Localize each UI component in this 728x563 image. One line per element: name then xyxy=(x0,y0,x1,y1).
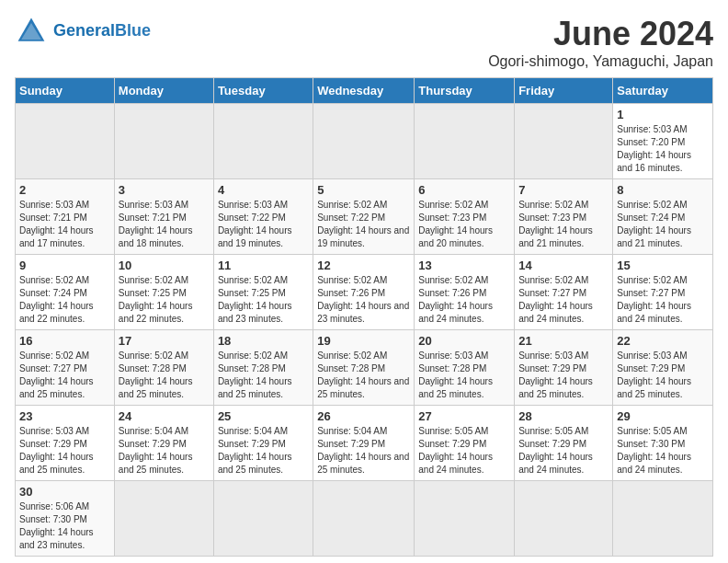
day-number: 12 xyxy=(317,259,410,272)
day-info: Sunrise: 5:03 AM Sunset: 7:29 PM Dayligh… xyxy=(617,350,709,401)
day-info: Sunrise: 5:05 AM Sunset: 7:30 PM Dayligh… xyxy=(617,425,709,477)
calendar-cell xyxy=(515,104,613,179)
day-of-week-header: Friday xyxy=(515,78,613,104)
calendar-cell: 15Sunrise: 5:02 AM Sunset: 7:27 PM Dayli… xyxy=(613,255,713,330)
day-info: Sunrise: 5:02 AM Sunset: 7:28 PM Dayligh… xyxy=(218,350,309,401)
day-number: 13 xyxy=(418,259,510,272)
day-number: 27 xyxy=(418,409,510,423)
calendar-cell xyxy=(415,104,515,179)
calendar-cell xyxy=(415,481,515,557)
day-of-week-header: Saturday xyxy=(613,78,713,104)
day-info: Sunrise: 5:02 AM Sunset: 7:25 PM Dayligh… xyxy=(218,274,309,326)
day-number: 15 xyxy=(617,259,709,272)
calendar-cell: 18Sunrise: 5:02 AM Sunset: 7:28 PM Dayli… xyxy=(213,330,313,406)
calendar-cell: 8Sunrise: 5:02 AM Sunset: 7:24 PM Daylig… xyxy=(613,179,713,255)
day-of-week-header: Wednesday xyxy=(313,78,415,104)
header: GeneralBlue June 2024 Ogori-shimogo, Yam… xyxy=(15,15,713,70)
calendar-cell: 21Sunrise: 5:03 AM Sunset: 7:29 PM Dayli… xyxy=(515,330,613,406)
day-info: Sunrise: 5:02 AM Sunset: 7:28 PM Dayligh… xyxy=(317,350,410,401)
calendar-cell: 28Sunrise: 5:05 AM Sunset: 7:29 PM Dayli… xyxy=(515,406,613,481)
day-info: Sunrise: 5:02 AM Sunset: 7:27 PM Dayligh… xyxy=(19,350,110,401)
main-title: June 2024 xyxy=(488,15,713,53)
calendar-cell xyxy=(213,481,313,557)
day-of-week-header: Thursday xyxy=(415,78,515,104)
calendar-cell: 17Sunrise: 5:02 AM Sunset: 7:28 PM Dayli… xyxy=(114,330,213,406)
calendar-cell: 11Sunrise: 5:02 AM Sunset: 7:25 PM Dayli… xyxy=(213,255,313,330)
calendar-week-row: 23Sunrise: 5:03 AM Sunset: 7:29 PM Dayli… xyxy=(16,406,713,481)
day-of-week-header: Tuesday xyxy=(213,78,313,104)
calendar-week-row: 1Sunrise: 5:03 AM Sunset: 7:20 PM Daylig… xyxy=(16,104,713,179)
day-info: Sunrise: 5:05 AM Sunset: 7:29 PM Dayligh… xyxy=(418,425,510,477)
calendar-cell: 4Sunrise: 5:03 AM Sunset: 7:22 PM Daylig… xyxy=(213,179,313,255)
calendar-cell: 24Sunrise: 5:04 AM Sunset: 7:29 PM Dayli… xyxy=(114,406,213,481)
calendar-cell: 2Sunrise: 5:03 AM Sunset: 7:21 PM Daylig… xyxy=(16,179,115,255)
calendar-cell: 23Sunrise: 5:03 AM Sunset: 7:29 PM Dayli… xyxy=(16,406,115,481)
calendar-cell: 29Sunrise: 5:05 AM Sunset: 7:30 PM Dayli… xyxy=(613,406,713,481)
day-number: 7 xyxy=(518,183,609,197)
day-number: 16 xyxy=(19,334,110,348)
calendar-cell: 1Sunrise: 5:03 AM Sunset: 7:20 PM Daylig… xyxy=(613,104,713,179)
calendar-week-row: 9Sunrise: 5:02 AM Sunset: 7:24 PM Daylig… xyxy=(16,255,713,330)
day-info: Sunrise: 5:02 AM Sunset: 7:27 PM Dayligh… xyxy=(518,274,609,326)
calendar-cell: 22Sunrise: 5:03 AM Sunset: 7:29 PM Dayli… xyxy=(613,330,713,406)
day-number: 2 xyxy=(19,183,110,197)
calendar-cell: 19Sunrise: 5:02 AM Sunset: 7:28 PM Dayli… xyxy=(313,330,415,406)
day-number: 5 xyxy=(317,183,410,197)
calendar-cell: 13Sunrise: 5:02 AM Sunset: 7:26 PM Dayli… xyxy=(415,255,515,330)
calendar-cell: 27Sunrise: 5:05 AM Sunset: 7:29 PM Dayli… xyxy=(415,406,515,481)
day-number: 8 xyxy=(617,183,709,197)
day-info: Sunrise: 5:02 AM Sunset: 7:24 PM Dayligh… xyxy=(617,199,709,250)
calendar-cell: 26Sunrise: 5:04 AM Sunset: 7:29 PM Dayli… xyxy=(313,406,415,481)
logo-icon xyxy=(15,15,48,48)
calendar-cell xyxy=(515,481,613,557)
day-info: Sunrise: 5:04 AM Sunset: 7:29 PM Dayligh… xyxy=(317,425,410,477)
calendar-cell: 5Sunrise: 5:02 AM Sunset: 7:22 PM Daylig… xyxy=(313,179,415,255)
day-number: 22 xyxy=(617,334,709,348)
day-of-week-header: Monday xyxy=(114,78,213,104)
calendar-cell xyxy=(213,104,313,179)
calendar-cell: 25Sunrise: 5:04 AM Sunset: 7:29 PM Dayli… xyxy=(213,406,313,481)
calendar-cell xyxy=(313,481,415,557)
day-info: Sunrise: 5:02 AM Sunset: 7:27 PM Dayligh… xyxy=(617,274,709,326)
day-info: Sunrise: 5:02 AM Sunset: 7:22 PM Dayligh… xyxy=(317,199,410,250)
calendar-cell xyxy=(613,481,713,557)
day-info: Sunrise: 5:04 AM Sunset: 7:29 PM Dayligh… xyxy=(218,425,309,477)
day-info: Sunrise: 5:05 AM Sunset: 7:29 PM Dayligh… xyxy=(518,425,609,477)
day-number: 17 xyxy=(119,334,210,348)
day-number: 23 xyxy=(19,409,110,423)
calendar-cell: 9Sunrise: 5:02 AM Sunset: 7:24 PM Daylig… xyxy=(16,255,115,330)
day-number: 6 xyxy=(418,183,510,197)
title-section: June 2024 Ogori-shimogo, Yamaguchi, Japa… xyxy=(488,15,713,70)
day-number: 10 xyxy=(119,259,210,272)
day-number: 24 xyxy=(119,409,210,423)
calendar-body: 1Sunrise: 5:03 AM Sunset: 7:20 PM Daylig… xyxy=(16,104,713,557)
day-number: 28 xyxy=(518,409,609,423)
day-number: 26 xyxy=(317,409,410,423)
day-of-week-header: Sunday xyxy=(16,78,115,104)
calendar-week-row: 16Sunrise: 5:02 AM Sunset: 7:27 PM Dayli… xyxy=(16,330,713,406)
day-info: Sunrise: 5:03 AM Sunset: 7:20 PM Dayligh… xyxy=(617,123,709,175)
calendar-cell: 10Sunrise: 5:02 AM Sunset: 7:25 PM Dayli… xyxy=(114,255,213,330)
calendar-cell: 7Sunrise: 5:02 AM Sunset: 7:23 PM Daylig… xyxy=(515,179,613,255)
day-number: 18 xyxy=(218,334,309,348)
day-number: 1 xyxy=(617,108,709,121)
day-number: 19 xyxy=(317,334,410,348)
calendar-cell: 30Sunrise: 5:06 AM Sunset: 7:30 PM Dayli… xyxy=(16,481,115,557)
day-number: 20 xyxy=(418,334,510,348)
calendar-week-row: 30Sunrise: 5:06 AM Sunset: 7:30 PM Dayli… xyxy=(16,481,713,557)
calendar-cell: 6Sunrise: 5:02 AM Sunset: 7:23 PM Daylig… xyxy=(415,179,515,255)
day-info: Sunrise: 5:02 AM Sunset: 7:25 PM Dayligh… xyxy=(119,274,210,326)
calendar-cell xyxy=(313,104,415,179)
day-info: Sunrise: 5:03 AM Sunset: 7:29 PM Dayligh… xyxy=(518,350,609,401)
logo-blue: Blue xyxy=(115,21,151,40)
calendar-cell: 20Sunrise: 5:03 AM Sunset: 7:28 PM Dayli… xyxy=(415,330,515,406)
day-number: 9 xyxy=(19,259,110,272)
calendar-table: SundayMondayTuesdayWednesdayThursdayFrid… xyxy=(15,77,713,557)
day-info: Sunrise: 5:02 AM Sunset: 7:23 PM Dayligh… xyxy=(518,199,609,250)
calendar-cell: 14Sunrise: 5:02 AM Sunset: 7:27 PM Dayli… xyxy=(515,255,613,330)
day-info: Sunrise: 5:03 AM Sunset: 7:22 PM Dayligh… xyxy=(218,199,309,250)
day-info: Sunrise: 5:03 AM Sunset: 7:21 PM Dayligh… xyxy=(19,199,110,250)
day-info: Sunrise: 5:03 AM Sunset: 7:28 PM Dayligh… xyxy=(418,350,510,401)
day-number: 3 xyxy=(119,183,210,197)
day-info: Sunrise: 5:06 AM Sunset: 7:30 PM Dayligh… xyxy=(19,500,110,552)
